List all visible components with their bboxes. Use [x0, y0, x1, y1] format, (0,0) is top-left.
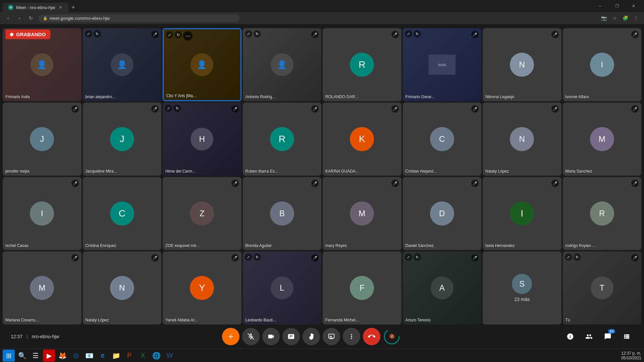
participant-tile-self: ⤢ ↻ 🎤 T Tú [563, 251, 642, 324]
refresh-btn[interactable]: ↻ [94, 30, 101, 38]
mic-muted-icon: 🎤 [151, 254, 159, 261]
avatar: Y [190, 276, 214, 300]
participant-tile-mas[interactable]: S 23 más [483, 251, 561, 324]
taskbar-youtube[interactable]: ▶ [43, 350, 55, 362]
participant-name: Daniel Sánchez. [406, 243, 435, 248]
video-feed: L [243, 251, 322, 324]
tile-controls: ⤢ ↻ [245, 30, 261, 38]
mic-muted-icon: 🎤 [631, 180, 639, 187]
tab-close-btn[interactable]: ✕ [58, 5, 63, 10]
move-btn[interactable]: ⤢ [405, 30, 412, 38]
reload-btn[interactable]: ↻ [27, 14, 35, 22]
move-btn[interactable]: ⤢ [565, 253, 572, 261]
raise-hand-btn[interactable] [303, 328, 320, 345]
move-btn[interactable]: ⤢ [405, 253, 412, 261]
active-tab[interactable]: M Meet - nro-ebnu-hjw ✕ [3, 3, 68, 12]
participant-tile: ⤢ ↻ 🎤 A Arturo Tenorio [403, 251, 482, 324]
browser-chrome: M Meet - nro-ebnu-hjw ✕ + ─ ❐ ✕ ‹ › ↻ 🔒 … [0, 0, 644, 24]
participant-name: KARINA GUADA... [325, 169, 359, 174]
back-btn[interactable]: ‹ [4, 14, 12, 22]
participant-tile: F Fernanda Michel... [323, 251, 401, 324]
move-btn[interactable]: ⤢ [165, 105, 172, 112]
avatar: I [590, 53, 614, 77]
more-options-btn[interactable] [343, 328, 360, 345]
avatar: J [110, 127, 134, 151]
participant-tile-mary-reyes: 🎤 M mary Reyes [323, 177, 401, 250]
refresh-btn[interactable]: ↻ [254, 30, 261, 38]
extensions-btn[interactable]: 🧩 [621, 14, 629, 22]
mic-toggle-btn[interactable] [242, 328, 260, 345]
tile-controls: ⤢ ↻ [85, 30, 101, 38]
participants-btn[interactable] [582, 330, 596, 343]
move-btn[interactable]: ⤢ [85, 30, 92, 38]
taskbar-search[interactable]: 🔍 [16, 350, 28, 362]
minimize-btn[interactable]: ─ [592, 0, 608, 12]
refresh-btn[interactable]: ↻ [254, 253, 261, 261]
refresh-btn[interactable]: ↻ [414, 253, 421, 261]
move-btn[interactable]: ⤢ [245, 253, 252, 261]
forward-btn[interactable]: › [15, 14, 23, 22]
taskbar-excel[interactable]: X [137, 350, 149, 362]
toolbar-center: 🔕 [222, 328, 400, 345]
participant-name: rodrigo froylan ... [566, 243, 596, 248]
settings-btn[interactable]: ⋮ [632, 14, 640, 22]
taskbar-start[interactable]: ⊞ [3, 350, 15, 362]
participant-name: mary Reyes [325, 243, 347, 248]
participant-name: Frimario Avila [5, 95, 30, 99]
camera-toggle-btn[interactable] [262, 328, 280, 345]
participant-tile: 🎤 K KARINA GUADA... [323, 103, 401, 176]
participant-tile: 🎤 N Nataly López [483, 103, 561, 176]
tab-favicon: M [8, 5, 13, 10]
info-btn[interactable] [564, 330, 577, 343]
mas-label: 23 más [514, 297, 530, 302]
taskbar-ie[interactable]: e [97, 350, 109, 362]
taskbar-edge[interactable]: ⊙ [70, 350, 82, 362]
participant-name: Cristian Alejand... [406, 169, 437, 174]
refresh-btn[interactable]: ↻ [174, 31, 182, 39]
move-btn[interactable]: ⤢ [166, 31, 173, 39]
chat-btn[interactable]: 54 [601, 330, 614, 343]
tile-controls: ⤢ ↻ [405, 30, 421, 38]
close-btn[interactable]: ✕ [626, 0, 641, 12]
participant-tile: 🎤 M Maria Sanchez [563, 103, 642, 176]
taskbar-taskview[interactable]: ☰ [30, 350, 42, 362]
mas-content: S 23 más [512, 274, 532, 302]
activities-btn[interactable] [620, 330, 633, 343]
participant-tile: 🎤 R ROLANDO GAR... [323, 28, 401, 101]
add-people-btn[interactable] [222, 328, 239, 345]
move-btn[interactable]: ⤢ [245, 30, 252, 38]
date-display: 05/10/2021 [621, 356, 641, 360]
refresh-btn[interactable]: ↻ [574, 253, 581, 261]
taskbar-chrome[interactable]: 🌐 [150, 350, 162, 362]
taskbar-firefox[interactable]: 🦊 [56, 350, 68, 362]
end-call-btn[interactable] [363, 328, 380, 345]
taskbar-powerpoint[interactable]: P [123, 350, 136, 362]
avatar: T [591, 277, 613, 299]
toolbar-right: 54 [564, 330, 633, 343]
participant-name: Leobardo Bauti... [246, 318, 276, 322]
captions-btn[interactable] [282, 328, 300, 345]
taskbar-outlook[interactable]: 📧 [83, 350, 95, 362]
recording-label: GRABANDO [16, 32, 46, 37]
taskbar-files[interactable]: 📁 [110, 350, 122, 362]
recording-dot [10, 33, 13, 36]
avatar: M [350, 201, 374, 226]
video-feed: T [563, 251, 642, 324]
participant-tile: ⤢ ↻ 🎤 👤 brian alejandro... [83, 28, 162, 101]
svg-text:🔕: 🔕 [389, 334, 395, 339]
mic-muted-icon: 🎤 [471, 180, 479, 187]
taskbar-word[interactable]: W [164, 350, 176, 362]
bookmark-btn[interactable]: ☆ [610, 14, 619, 22]
mic-muted-icon: 🎤 [631, 31, 639, 38]
avatar: 👤 [31, 53, 53, 76]
avatar: J [30, 127, 54, 151]
refresh-btn[interactable]: ↻ [173, 105, 181, 112]
meet-container: GRABANDO ⤢ ↻ 👤 Frimario Avila ⤢ ↻ 🎤 👤 [0, 24, 644, 349]
restore-btn[interactable]: ❐ [609, 0, 625, 12]
avatar: 👤 [191, 53, 213, 76]
url-bar[interactable]: 🔒 meet.google.com/nro-ebnu-hjw [38, 14, 239, 22]
refresh-btn[interactable]: ↻ [414, 30, 421, 38]
new-tab-btn[interactable]: + [68, 3, 78, 12]
present-screen-btn[interactable] [323, 328, 340, 345]
more-options-btn[interactable]: ⋯ [183, 31, 193, 41]
